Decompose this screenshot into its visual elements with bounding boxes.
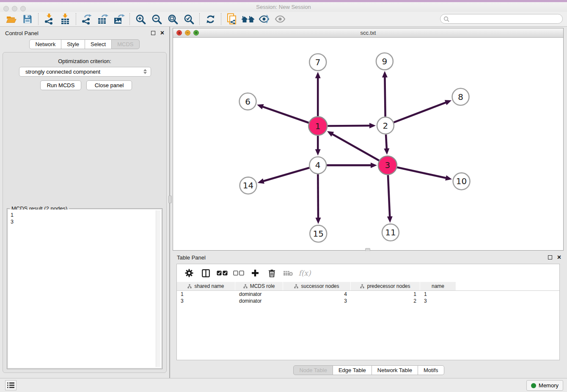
float-table-panel-icon[interactable] bbox=[548, 255, 552, 259]
network-window-titlebar[interactable]: x − + scc.txt bbox=[173, 28, 563, 38]
tab-edge-table[interactable]: Edge Table bbox=[333, 365, 372, 375]
graph-edge-3-11[interactable] bbox=[388, 175, 390, 217]
import-network-button[interactable] bbox=[41, 13, 57, 25]
cell-shared-name[interactable]: 3 bbox=[177, 298, 235, 304]
tab-mcds[interactable]: MCDS bbox=[111, 39, 139, 49]
graph-node-4[interactable]: 4 bbox=[309, 157, 326, 174]
mcds-result-list[interactable]: 1 3 bbox=[8, 210, 161, 368]
save-session-button[interactable] bbox=[19, 13, 36, 25]
memory-button[interactable]: Memory bbox=[526, 380, 563, 391]
column-header-predecessor-nodes[interactable]: predecessor nodes bbox=[351, 282, 420, 290]
graph-arrowhead bbox=[258, 178, 264, 183]
vertical-split-handle[interactable] bbox=[168, 196, 172, 203]
graph-edge-4-15[interactable] bbox=[318, 174, 318, 218]
graph-node-11[interactable]: 11 bbox=[382, 224, 399, 241]
show-columns-button[interactable] bbox=[199, 267, 212, 279]
export-image-button[interactable] bbox=[111, 13, 127, 25]
network-graph[interactable]: 7968124314101511 bbox=[173, 38, 563, 250]
export-table-button[interactable] bbox=[95, 13, 111, 25]
table-settings-button[interactable] bbox=[183, 267, 195, 279]
tab-select[interactable]: Select bbox=[85, 39, 112, 49]
column-header-name[interactable]: name bbox=[420, 282, 456, 290]
maximize-network-icon[interactable]: + bbox=[193, 30, 199, 36]
hide-selected-button[interactable] bbox=[256, 13, 272, 25]
minimize-network-icon[interactable]: − bbox=[185, 30, 190, 36]
graph-edge-2-3[interactable] bbox=[386, 135, 387, 149]
graph-node-3[interactable]: 3 bbox=[378, 156, 397, 174]
cell-shared-name[interactable]: 1 bbox=[177, 291, 235, 298]
run-mcds-button[interactable]: Run MCDS bbox=[40, 80, 81, 90]
close-network-icon[interactable]: x bbox=[176, 30, 182, 36]
graph-node-15[interactable]: 15 bbox=[310, 225, 327, 242]
zoom-fit-button[interactable] bbox=[165, 13, 181, 25]
refresh-layout-button[interactable] bbox=[202, 13, 218, 25]
optimization-criterion-select[interactable]: strongly connected component bbox=[19, 67, 151, 77]
result-scrollbar[interactable] bbox=[156, 210, 160, 367]
cell-name[interactable]: 1 bbox=[420, 291, 456, 298]
result-item[interactable]: 3 bbox=[11, 218, 159, 225]
zoom-selected-button[interactable] bbox=[181, 13, 197, 25]
graph-node-9[interactable]: 9 bbox=[376, 53, 393, 70]
graph-node-8[interactable]: 8 bbox=[452, 88, 469, 105]
delete-rows-button[interactable] bbox=[265, 267, 278, 279]
zoom-in-button[interactable] bbox=[132, 13, 149, 25]
column-header-mcds-role[interactable]: MCDS role bbox=[235, 282, 283, 290]
graph-node-2[interactable]: 2 bbox=[377, 117, 394, 134]
graph-edge-2-8[interactable] bbox=[394, 102, 446, 123]
graph-edge-2-9[interactable] bbox=[385, 77, 385, 117]
table-row[interactable]: 1 dominator 4 1 1 bbox=[177, 291, 559, 298]
import-table-button[interactable] bbox=[57, 13, 73, 25]
tab-network[interactable]: Network bbox=[29, 39, 61, 49]
add-row-button[interactable] bbox=[249, 267, 261, 279]
select-all-button[interactable] bbox=[216, 267, 228, 279]
delete-table-button[interactable] bbox=[282, 267, 295, 279]
column-header-shared-name[interactable]: shared name bbox=[177, 282, 235, 290]
graph-node-10[interactable]: 10 bbox=[453, 173, 470, 190]
first-neighbors-button[interactable] bbox=[240, 13, 256, 25]
minimize-window-icon[interactable] bbox=[12, 6, 17, 11]
cell-successor-nodes[interactable]: 3 bbox=[283, 298, 351, 304]
graph-edge-3-10[interactable] bbox=[397, 167, 446, 178]
cell-mcds-role[interactable]: dominator bbox=[235, 291, 283, 298]
new-network-from-selection-button[interactable] bbox=[224, 13, 240, 25]
network-window-controls[interactable]: x − + bbox=[176, 30, 199, 36]
graph-node-14[interactable]: 14 bbox=[240, 177, 257, 194]
task-history-button[interactable] bbox=[5, 380, 17, 390]
graph-node-7[interactable]: 7 bbox=[309, 54, 326, 71]
show-all-button[interactable] bbox=[272, 13, 288, 25]
cell-name[interactable]: 3 bbox=[420, 298, 456, 304]
network-canvas[interactable]: 7968124314101511 bbox=[173, 38, 563, 250]
open-session-button[interactable] bbox=[3, 13, 19, 25]
close-window-icon[interactable] bbox=[3, 6, 9, 11]
close-table-panel-icon[interactable]: × bbox=[557, 255, 561, 259]
graph-node-6[interactable]: 6 bbox=[239, 93, 256, 110]
tab-style[interactable]: Style bbox=[61, 39, 85, 49]
result-item[interactable]: 1 bbox=[11, 212, 159, 218]
graph-edge-3-1[interactable] bbox=[332, 134, 379, 160]
window-controls[interactable] bbox=[3, 6, 26, 11]
graph-edge-4-14[interactable] bbox=[263, 168, 309, 181]
tab-network-table[interactable]: Network Table bbox=[372, 365, 418, 375]
cell-mcds-role[interactable]: dominator bbox=[235, 298, 283, 304]
zoom-window-icon[interactable] bbox=[20, 6, 26, 11]
export-network-button[interactable] bbox=[79, 13, 95, 25]
close-panel-button[interactable]: Close panel bbox=[86, 80, 132, 90]
table-row[interactable]: 3 dominator 3 2 3 bbox=[177, 298, 559, 304]
tab-node-table[interactable]: Node Table bbox=[293, 365, 333, 375]
tab-motifs[interactable]: Motifs bbox=[418, 365, 444, 375]
search-field[interactable] bbox=[440, 14, 563, 24]
search-input[interactable] bbox=[451, 16, 562, 22]
graph-edge-1-6[interactable] bbox=[262, 107, 308, 123]
deselect-all-button[interactable] bbox=[232, 267, 245, 279]
close-panel-icon[interactable]: × bbox=[160, 31, 164, 35]
svg-text:11: 11 bbox=[385, 227, 396, 237]
column-header-successor-nodes[interactable]: successor nodes bbox=[283, 282, 351, 290]
zoom-out-button[interactable] bbox=[149, 13, 165, 25]
cell-successor-nodes[interactable]: 4 bbox=[283, 291, 351, 298]
float-panel-icon[interactable] bbox=[151, 31, 155, 35]
graph-edge-1-2[interactable] bbox=[328, 126, 370, 126]
function-builder-button[interactable]: f(x) bbox=[298, 267, 311, 279]
cell-predecessor-nodes[interactable]: 2 bbox=[351, 298, 420, 304]
cell-predecessor-nodes[interactable]: 1 bbox=[351, 291, 420, 298]
graph-node-1[interactable]: 1 bbox=[308, 117, 327, 135]
